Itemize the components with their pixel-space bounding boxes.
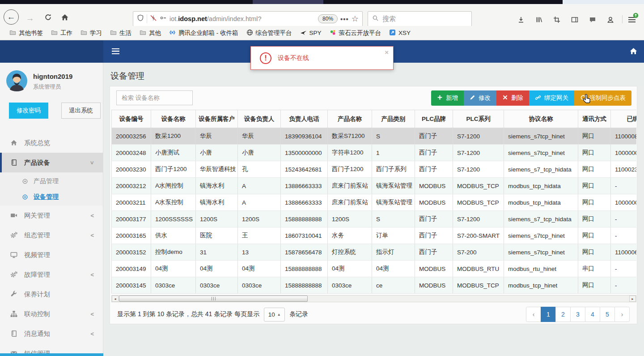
pocket-icon[interactable]: [587, 15, 598, 24]
table-cell: 1200S: [196, 211, 238, 227]
sidebar-subitem[interactable]: 产品管理: [0, 173, 103, 189]
per-page-value: 10: [268, 311, 275, 318]
table-cell: 200003248: [112, 145, 151, 161]
table-cell: 04测: [372, 261, 415, 277]
sidebar-subitem[interactable]: 设备管理: [0, 189, 103, 205]
column-header[interactable]: 产品名称: [328, 110, 372, 128]
page-prev-button[interactable]: ‹: [526, 307, 541, 322]
link-action-button[interactable]: 绑定网关: [529, 90, 574, 106]
device-search-input[interactable]: 检索 设备名称: [116, 90, 193, 105]
column-header[interactable]: 产品类别: [372, 110, 415, 128]
permissions-icon[interactable]: [160, 14, 167, 23]
bookmark-item[interactable]: 工作: [47, 27, 76, 39]
table-row[interactable]: 2000031450303ce0303ce0303ce1588888888803…: [112, 277, 637, 294]
change-password-button[interactable]: 修改密码: [9, 103, 48, 119]
column-header[interactable]: PLC系列: [453, 110, 504, 128]
reload-button[interactable]: [40, 11, 55, 26]
scroll-right-arrow[interactable]: ►: [629, 296, 636, 302]
table-row[interactable]: 20000314904测04测04测1588888888804测04测MODBU…: [112, 261, 637, 277]
screenshot-icon[interactable]: [551, 15, 563, 24]
alert-close-icon[interactable]: ×: [385, 48, 389, 56]
sidebar-bottom-strip: [0, 353, 103, 356]
account-icon[interactable]: [605, 15, 616, 24]
column-header[interactable]: 设备编号: [112, 110, 151, 128]
table-row[interactable]: 200003211A水泵控制镇海水利A13886663333庶来门前泵站镇海泵站…: [112, 194, 637, 211]
navbar-home-icon[interactable]: [629, 47, 638, 57]
column-header[interactable]: 已绑定网关: [611, 110, 637, 128]
blocked-bolt-icon[interactable]: [150, 14, 157, 23]
page-next-button[interactable]: ›: [614, 307, 630, 322]
table-cell: 西门子: [415, 128, 453, 145]
table-cell: 200003211: [112, 194, 151, 211]
page-button-3[interactable]: 3: [570, 307, 585, 322]
navbar-brand-area: [0, 40, 103, 63]
column-header[interactable]: 协议名称: [504, 110, 578, 128]
download-icon[interactable]: [515, 15, 527, 24]
bookmark-star-icon[interactable]: ☆: [352, 14, 359, 24]
table-cell: 网口: [578, 161, 611, 178]
horizontal-scrollbar[interactable]: ◄ ►: [111, 295, 636, 302]
sidebar-item-1[interactable]: 系统总览: [0, 133, 103, 153]
home-button[interactable]: [57, 11, 72, 26]
table-row[interactable]: 200003152控制demo311315878656478灯控系统指示灯西门子…: [112, 244, 637, 261]
table-row[interactable]: 2000031771200SSSSSS1200S1200S15888888888…: [112, 211, 637, 227]
menu-hamburger-icon[interactable]: [626, 15, 638, 24]
sidebar-item-8[interactable]: 联动控制<: [0, 304, 103, 324]
column-header[interactable]: 设备负责人: [238, 110, 281, 128]
sidebar-item-5[interactable]: 视频管理: [0, 245, 103, 265]
table-row[interactable]: 200003165供水医院王18607310041水务订单西门子S7-200-S…: [112, 227, 637, 244]
bookmark-item[interactable]: 其他书签: [5, 27, 47, 39]
chevron-left-icon: <: [90, 212, 94, 219]
bookmark-item[interactable]: 综合管理平台: [242, 27, 296, 39]
table-cell: S: [372, 211, 415, 227]
bookmark-item[interactable]: 其他: [136, 27, 165, 39]
bookmark-item[interactable]: 生活: [106, 27, 136, 39]
cross-action-button[interactable]: 删除: [496, 90, 529, 106]
table-cell: A水闸控制: [151, 178, 196, 194]
sidebar-item-2[interactable]: 产品设备<: [0, 153, 103, 172]
table-cell: 1000000: [611, 145, 637, 161]
page-button-2[interactable]: 2: [555, 307, 571, 322]
table-cell: 0303ce: [328, 277, 372, 294]
pencil-action-button[interactable]: 修改: [464, 90, 496, 106]
scrollbar-thumb[interactable]: [119, 296, 308, 302]
browser-search-box[interactable]: 搜索: [368, 11, 472, 26]
sidebar-collapse-icon[interactable]: [112, 48, 119, 54]
library-icon[interactable]: [533, 15, 545, 24]
column-header[interactable]: 设备名称: [151, 110, 196, 128]
sidebar-item-3[interactable]: 网关管理<: [0, 206, 103, 225]
bookmark-item[interactable]: XSY: [385, 27, 415, 39]
column-header[interactable]: 通讯方式: [578, 110, 611, 128]
table-row[interactable]: 200003256数采1200华辰华辰18390936104数采S71200S西…: [112, 128, 637, 145]
page-button-4[interactable]: 4: [585, 307, 600, 322]
active-tab[interactable]: [253, 0, 323, 4]
sidebar-item-6[interactable]: 故障管理<: [0, 265, 103, 284]
sidebar-item-9[interactable]: 消息通知<: [0, 324, 103, 343]
bookmark-item[interactable]: SPY: [296, 27, 326, 39]
sidebar-item-7[interactable]: 保养计划: [0, 284, 103, 304]
sidebar-toggle-icon[interactable]: [569, 15, 580, 24]
table-row[interactable]: 200003230西门子1200华辰智通科技孔15243642681西门子120…: [112, 161, 637, 178]
bookmark-item[interactable]: 腾讯企业邮箱 - 收件箱: [165, 27, 242, 39]
sidebar-item-4[interactable]: 组态管理<: [0, 225, 103, 245]
bookmark-item[interactable]: 萤石云开放平台: [326, 27, 386, 39]
browser-tab-strip[interactable]: [0, 0, 644, 4]
bookmark-item[interactable]: 学习: [76, 27, 106, 39]
zoom-level-badge[interactable]: 80%: [318, 14, 338, 23]
url-bar[interactable]: iot.idosp.net/admin/index.html? 80% ••• …: [133, 11, 363, 26]
logout-button[interactable]: 退出系统: [61, 103, 101, 119]
column-header[interactable]: PLC品牌: [415, 110, 453, 128]
page-actions-icon[interactable]: •••: [340, 15, 349, 23]
table-row[interactable]: 200003248小唐测试小唐小唐13500000000字符串12001西门子S…: [112, 145, 637, 161]
column-header[interactable]: 设备所属客户: [196, 110, 238, 128]
plus-action-button[interactable]: 新增: [431, 90, 464, 106]
back-button[interactable]: ←: [4, 9, 19, 25]
table-row[interactable]: 200003212A水闸控制镇海水利A13886663333庶来门前泵站镇海泵站…: [112, 178, 637, 194]
forward-button[interactable]: →: [22, 11, 38, 26]
scroll-left-arrow[interactable]: ◄: [112, 296, 119, 302]
column-header[interactable]: 负责人电话: [281, 110, 328, 128]
page-button-1[interactable]: 1: [541, 307, 556, 322]
page-button-5[interactable]: 5: [600, 307, 615, 322]
shield-icon[interactable]: [137, 14, 144, 23]
per-page-select[interactable]: 10 ▲: [264, 308, 285, 322]
